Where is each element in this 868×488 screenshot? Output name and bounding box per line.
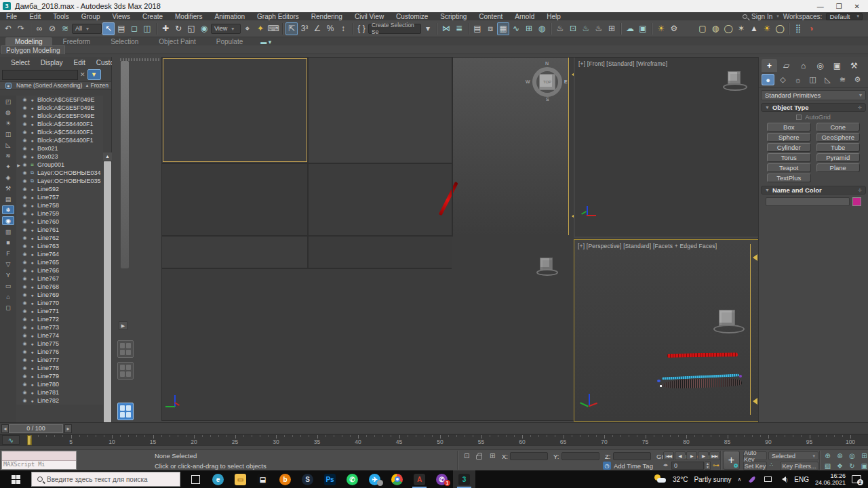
menu-group[interactable]: Group: [75, 12, 106, 20]
keyboard-override-icon[interactable]: ⌨: [267, 22, 279, 35]
absolute-mode-icon[interactable]: ⊞: [490, 452, 495, 460]
grid-cell[interactable]: [162, 164, 307, 235]
display-shapes-icon[interactable]: ▭: [2, 281, 14, 290]
create-textplus-button[interactable]: TextPlus: [767, 174, 811, 182]
named-selection-set-field[interactable]: Create Selection Se: [368, 24, 421, 34]
reference-coordinate-dropdown[interactable]: View▾: [211, 24, 241, 34]
display-xrefs-icon[interactable]: ◻: [2, 303, 14, 312]
viewport-layout-tab-2[interactable]: [117, 362, 134, 380]
create-tube-button[interactable]: Tube: [816, 143, 861, 152]
explorer-column-headers[interactable]: ● Name (Sorted Ascending) ▲ Frozen: [0, 81, 111, 89]
hierarchy-tab[interactable]: ⌂: [795, 59, 811, 72]
menu-animation[interactable]: Animation: [209, 12, 251, 20]
mirror-icon[interactable]: ⋈: [440, 22, 452, 35]
visibility-eye-icon[interactable]: ◉: [21, 260, 28, 265]
time-slider-thumb[interactable]: 0 / 100: [9, 424, 63, 433]
list-item-block-a-c6e5f049e[interactable]: ◉●Block:A$C6E5F049E: [16, 96, 103, 104]
environment-icon[interactable]: ⚙: [668, 22, 680, 35]
sign-in-chevron-icon[interactable]: ▾: [776, 14, 779, 19]
list-item-block-a-c6e5f049e[interactable]: ◉●Block:A$C6E5F049E: [16, 104, 103, 112]
maximize-button[interactable]: ❐: [836, 3, 842, 10]
primitive-egg-icon[interactable]: ◯: [722, 22, 734, 35]
list-item-line772[interactable]: ◉●Line772: [16, 315, 103, 323]
create-teapot-button[interactable]: Teapot: [767, 163, 811, 172]
visibility-eye-icon[interactable]: ◉: [21, 211, 28, 216]
x-coordinate-field[interactable]: [510, 452, 548, 460]
space-warps-category[interactable]: ≋: [836, 74, 849, 85]
clipping-marker-icon[interactable]: [749, 254, 757, 261]
display-cameras-icon[interactable]: ◫: [2, 129, 14, 138]
visibility-eye-icon[interactable]: ◉: [21, 308, 28, 314]
ribbon-tab-modeling[interactable]: Modeling: [5, 37, 52, 45]
rendered-frame-window-icon[interactable]: ⊡: [567, 22, 579, 35]
visibility-eye-icon[interactable]: ◉: [21, 146, 28, 151]
panel-splitter[interactable]: [121, 61, 129, 268]
perspective-viewport[interactable]: [+] [Perspective] [Standard] [Facets + E…: [574, 239, 759, 422]
tray-chevron-icon[interactable]: ∧: [737, 476, 741, 483]
visibility-eye-icon[interactable]: ◉: [21, 203, 28, 208]
polygon-modeling-panel[interactable]: Polygon Modeling: [1, 45, 65, 54]
select-and-rotate-icon[interactable]: ↻: [172, 22, 184, 35]
explorer-menu-edit[interactable]: Edit: [68, 59, 91, 66]
list-item-line760[interactable]: ◉●Line760: [16, 218, 103, 226]
list-item-line757[interactable]: ◉●Line757: [16, 193, 103, 201]
key-filters-button[interactable]: Key Filters...: [780, 462, 818, 470]
visibility-eye-icon[interactable]: ◉: [21, 129, 28, 135]
curve-editor-icon[interactable]: ∿: [510, 22, 522, 35]
use-pivot-point-icon[interactable]: ⌖: [241, 22, 254, 35]
viewcube-north-label[interactable]: N: [545, 61, 549, 66]
visibility-eye-icon[interactable]: ◉: [21, 357, 28, 363]
list-item-line767[interactable]: ◉●Line767: [16, 274, 103, 283]
primitive-blob-icon[interactable]: ◍: [709, 22, 722, 35]
list-item-line779[interactable]: ◉●Line779: [16, 372, 103, 380]
select-object-icon[interactable]: ↖: [102, 22, 115, 35]
list-item-line768[interactable]: ◉●Line768: [16, 283, 103, 291]
steam-app[interactable]: S: [296, 470, 319, 488]
list-item-line775[interactable]: ◉●Line775: [16, 340, 103, 348]
render-setup-icon[interactable]: ♨: [554, 22, 566, 35]
grid-cell[interactable]: [309, 237, 452, 268]
redo-icon[interactable]: ↷: [15, 22, 27, 35]
viewcube-east-label[interactable]: E: [564, 79, 568, 84]
viewcube-face[interactable]: TOP: [539, 74, 555, 90]
list-item-line778[interactable]: ◉●Line778: [16, 364, 103, 372]
create-tab[interactable]: +: [762, 59, 777, 72]
viber-app[interactable]: ✆1: [431, 470, 453, 488]
display-space-warps-icon[interactable]: ≋: [2, 151, 14, 160]
play-button[interactable]: ▶: [686, 451, 697, 460]
list-item-layer-основные035[interactable]: ◉⧉Layer:ОСНОВНЫЕ035: [16, 177, 103, 185]
visibility-eye-icon[interactable]: ◉: [21, 251, 28, 257]
select-and-move-icon[interactable]: ✚: [159, 22, 172, 35]
menu-file[interactable]: File: [0, 12, 23, 20]
visibility-eye-icon[interactable]: ◉: [21, 365, 28, 371]
visibility-eye-icon[interactable]: ◉: [21, 382, 28, 387]
autocad-app[interactable]: A: [408, 470, 431, 488]
list-item-block-a-c584400f1[interactable]: ◉●Block:A$C584400F1: [16, 128, 103, 136]
isolate-selection-icon[interactable]: ⊡: [464, 452, 469, 460]
snaps-toggle-icon[interactable]: ⇱: [285, 22, 298, 35]
menu-views[interactable]: Views: [106, 12, 137, 20]
ribbon-tab-populate[interactable]: Populate: [207, 37, 252, 45]
visibility-eye-icon[interactable]: ◉: [21, 349, 28, 354]
list-item-line758[interactable]: ◉●Line758: [16, 201, 103, 209]
ribbon-tab-object-paint[interactable]: Object Paint: [149, 37, 205, 45]
menu-tools[interactable]: Tools: [47, 12, 75, 20]
visibility-eye-icon[interactable]: ◉: [21, 121, 28, 127]
viewcube-persp[interactable]: [719, 310, 735, 326]
zoom-button[interactable]: ⊕: [822, 451, 833, 460]
grid-dots-icon[interactable]: ⣿: [792, 22, 804, 35]
ribbon-tab-selection[interactable]: Selection: [101, 37, 148, 45]
list-item-line773[interactable]: ◉●Line773: [16, 323, 103, 331]
lights-category[interactable]: ☼: [791, 74, 804, 85]
visibility-eye-icon[interactable]: ◉: [21, 113, 28, 119]
viewcube-small[interactable]: [540, 258, 553, 270]
create-plane-button[interactable]: Plane: [816, 163, 861, 172]
list-item-line769[interactable]: ◉●Line769: [16, 291, 103, 299]
list-item-line770[interactable]: ◉●Line770: [16, 299, 103, 307]
list-item-layer-основные034[interactable]: ◉⧉Layer:ОСНОВНЫЕ034: [16, 169, 103, 177]
viewcube-ring-front[interactable]: [723, 83, 747, 91]
time-slider-prev-icon[interactable]: ◂: [1, 424, 9, 433]
object-name-field[interactable]: [766, 197, 850, 206]
volume-icon[interactable]: ): [778, 474, 788, 484]
visibility-eye-icon[interactable]: ◉: [21, 341, 28, 346]
